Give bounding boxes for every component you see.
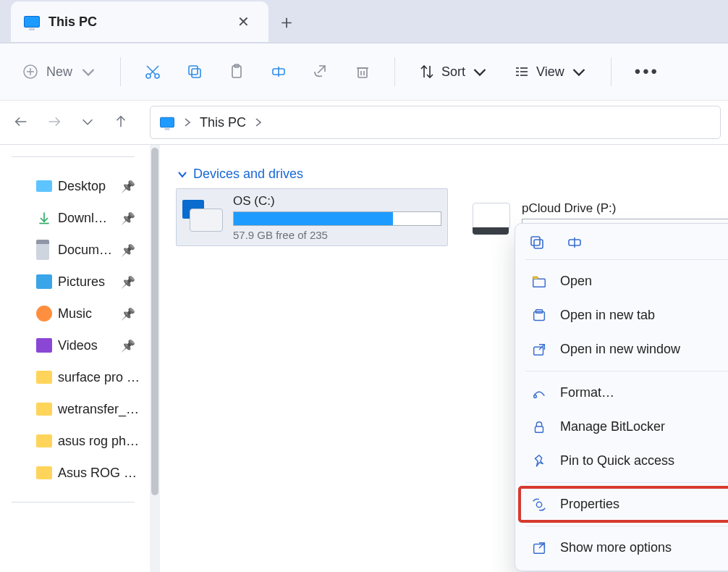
- view-icon: [513, 63, 530, 80]
- sort-button[interactable]: Sort: [410, 56, 497, 87]
- svg-rect-35: [533, 279, 546, 287]
- paste-button[interactable]: [219, 56, 254, 87]
- drive-os-c[interactable]: OS (C:) 57.9 GB free of 235: [176, 188, 448, 246]
- view-label: View: [536, 64, 564, 80]
- pin-icon: 📌: [121, 339, 141, 353]
- rename-icon: [566, 234, 583, 251]
- fld-icon: [36, 466, 52, 479]
- scrollbar-thumb[interactable]: [151, 148, 158, 495]
- delete-button[interactable]: [345, 56, 380, 87]
- toolbar: New Sort View •••: [0, 43, 728, 101]
- forward-button[interactable]: [46, 114, 62, 132]
- drive-icon: [182, 200, 224, 235]
- svg-point-40: [534, 395, 537, 398]
- chevron-down-icon: [177, 169, 187, 180]
- menu-item-label: Format…: [560, 385, 728, 400]
- menu-item-open[interactable]: OpenEnter: [520, 264, 728, 298]
- drive-subtitle: 57.9 GB free of 235: [233, 229, 441, 241]
- recent-button[interactable]: [80, 114, 96, 132]
- pin-icon: 📌: [121, 275, 141, 289]
- group-header-devices[interactable]: Devices and drives: [177, 167, 303, 182]
- chevron-down-icon: [570, 63, 588, 80]
- copy-action[interactable]: [528, 234, 546, 253]
- menu-item-label: Pin to Quick access: [560, 453, 728, 468]
- pin-icon: [530, 453, 549, 469]
- lock-icon: [530, 419, 549, 435]
- chevron-right-icon: [255, 117, 262, 127]
- menu-item-label: Open in new window: [560, 342, 728, 357]
- rename-button[interactable]: [261, 56, 296, 87]
- divider: [12, 502, 135, 502]
- copy-icon: [186, 63, 203, 80]
- menu-item-format-[interactable]: Format…: [520, 376, 728, 410]
- share-button[interactable]: [303, 56, 338, 87]
- down-icon: [36, 210, 52, 226]
- up-button[interactable]: [113, 114, 129, 132]
- svg-rect-43: [534, 544, 545, 553]
- tab-title: This PC: [48, 14, 97, 30]
- menu-item-manage-bitlocker[interactable]: Manage BitLocker: [520, 410, 728, 444]
- sidebar-item-pictures[interactable]: Pictures📌: [0, 266, 150, 298]
- this-pc-icon: [160, 117, 174, 127]
- sidebar-item-wetransfer-ces-2[interactable]: wetransfer_ces-2: [0, 393, 150, 425]
- separator: [611, 57, 611, 86]
- copy-icon: [528, 234, 546, 251]
- content-area: Devices and drives OS (C:) 57.9 GB free …: [150, 145, 728, 572]
- new-label: New: [46, 64, 72, 80]
- sidebar-item-downloads[interactable]: Downloads📌: [0, 202, 150, 234]
- svg-rect-8: [189, 66, 198, 75]
- context-menu-iconbar: [520, 230, 728, 255]
- menu-separator: [525, 526, 728, 526]
- chevron-down-icon: [471, 63, 488, 80]
- pin-icon: 📌: [121, 307, 141, 321]
- menu-item-open-in-new-window[interactable]: Open in new window: [520, 332, 728, 366]
- fld-icon: [36, 371, 52, 384]
- svg-rect-32: [531, 237, 540, 245]
- sidebar-item-music[interactable]: Music📌: [0, 298, 150, 329]
- menu-item-properties[interactable]: PropertiesAlt+Enter: [520, 487, 728, 521]
- cut-button[interactable]: [135, 56, 170, 87]
- view-button[interactable]: View: [504, 56, 596, 87]
- copy-button[interactable]: [177, 56, 212, 87]
- pin-icon: 📌: [121, 211, 141, 225]
- fld-icon: [36, 434, 52, 447]
- sidebar-item-desktop[interactable]: Desktop📌: [0, 170, 150, 202]
- sidebar-item-surface-pro-9-pr[interactable]: surface pro 9 pr: [0, 361, 150, 393]
- share-icon: [312, 63, 329, 80]
- more-button[interactable]: •••: [626, 56, 668, 87]
- breadcrumb-bar[interactable]: This PC: [150, 106, 721, 139]
- scrollbar[interactable]: [150, 145, 160, 572]
- pin-icon: 📌: [121, 243, 141, 257]
- menu-item-show-more-options[interactable]: Show more optionsShift+F10: [520, 531, 728, 565]
- new-tab-button[interactable]: ＋: [268, 1, 305, 42]
- tab-icon: [530, 308, 549, 324]
- menu-item-label: Manage BitLocker: [560, 419, 728, 434]
- rename-action[interactable]: [566, 234, 583, 253]
- sidebar-item-asus-rog-phone[interactable]: asus rog phone: [0, 425, 150, 457]
- back-button[interactable]: [13, 114, 29, 132]
- newwin-icon: [530, 342, 549, 358]
- trash-icon: [354, 63, 371, 80]
- close-tab-icon[interactable]: ✕: [232, 7, 255, 36]
- tab-this-pc[interactable]: This PC ✕: [11, 1, 268, 42]
- menu-item-pin-to-quick-access[interactable]: Pin to Quick access: [520, 444, 728, 478]
- new-icon: [22, 63, 39, 80]
- scissors-icon: [144, 63, 161, 80]
- nav-arrows: [0, 114, 150, 132]
- main-area: Desktop📌Downloads📌Documents📌Pictures📌Mus…: [0, 145, 728, 572]
- sidebar-item-documents[interactable]: Documents📌: [0, 234, 150, 266]
- nav-row: This PC: [0, 101, 728, 145]
- menu-item-label: Show more options: [560, 540, 728, 555]
- menu-item-open-in-new-tab[interactable]: Open in new tab: [520, 298, 728, 332]
- doc-icon: [36, 240, 49, 260]
- tab-bar: This PC ✕ ＋: [0, 0, 728, 43]
- svg-point-42: [536, 502, 541, 507]
- sidebar-item-videos[interactable]: Videos📌: [0, 329, 150, 361]
- mus-icon: [36, 306, 52, 321]
- divider: [12, 156, 135, 157]
- fld-icon: [36, 403, 52, 416]
- new-button[interactable]: New: [13, 56, 106, 87]
- sidebar-item-asus-rog-phon[interactable]: Asus ROG Phon: [0, 457, 150, 489]
- drive-title: pCloud Drive (P:): [522, 201, 728, 216]
- props-icon: [530, 497, 549, 513]
